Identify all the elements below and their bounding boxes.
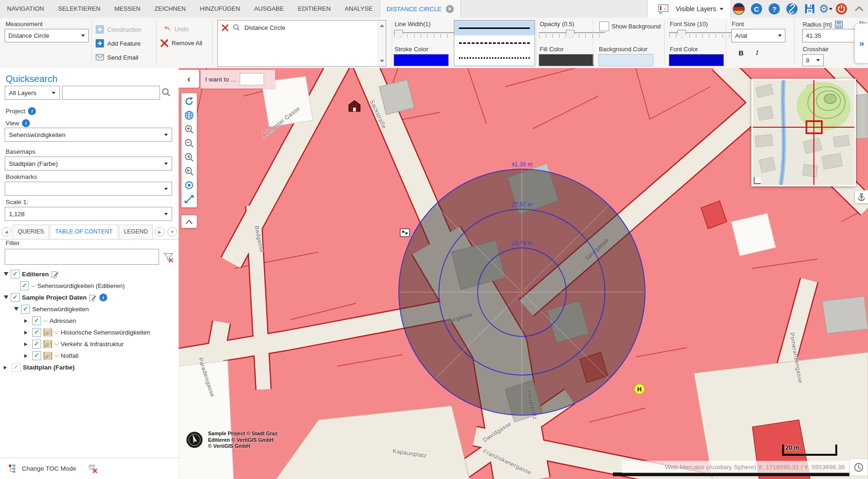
- layer-checkbox[interactable]: ✓: [11, 270, 20, 279]
- toolbar-collapse-button[interactable]: [181, 215, 197, 228]
- previous-extent-icon[interactable]: [184, 152, 194, 163]
- measurement-list-item[interactable]: Distance Circle: [218, 21, 386, 34]
- refresh-rotate-icon[interactable]: [184, 96, 194, 107]
- map-viewport[interactable]: Admonter GasseSackstraßeBadgasseMurgasse…: [179, 68, 868, 479]
- tabs-scroll-right-icon[interactable]: ▶: [155, 227, 165, 237]
- font-size-slider[interactable]: [669, 30, 735, 40]
- history-clock-button[interactable]: [849, 458, 868, 476]
- delete-item-icon[interactable]: [222, 24, 229, 31]
- line-style-dashed[interactable]: [454, 35, 535, 50]
- layer-menu-chevron-icon[interactable]: [54, 341, 59, 345]
- tree-row-historische-sehenswürdigkeiten[interactable]: ✓Historische Sehenswürdigkeiten: [24, 327, 150, 338]
- poi-hydrant-marker[interactable]: H: [634, 384, 645, 394]
- overview-anchor-button[interactable]: [854, 190, 868, 204]
- fill-color-swatch[interactable]: [539, 54, 594, 66]
- measurement-select[interactable]: Distance Circle: [5, 29, 89, 42]
- geocortex-icon[interactable]: C: [750, 3, 763, 15]
- collapse-sidebar-button[interactable]: ‹: [179, 70, 199, 88]
- tab-ausgabe[interactable]: AUSGABE: [247, 0, 291, 18]
- tab-navigation[interactable]: NAVIGATION: [0, 0, 51, 18]
- tree-row-verkehr-infrastruktur[interactable]: ✓Verkehr & Infrastruktur: [24, 338, 124, 350]
- view-info-icon[interactable]: i: [22, 119, 30, 127]
- line-style-solid[interactable]: [454, 21, 535, 35]
- layer-menu-chevron-icon[interactable]: [31, 282, 35, 287]
- tree-row-adressen[interactable]: ✓Adressen: [24, 315, 76, 327]
- collapse-ribbon-icon[interactable]: [853, 3, 865, 15]
- tree-expander-icon[interactable]: [24, 331, 29, 335]
- measurement-list[interactable]: Distance Circle: [217, 20, 386, 67]
- tab-analyse[interactable]: ANALYSE: [338, 0, 380, 18]
- calculator-icon[interactable]: [835, 21, 843, 28]
- layer-checkbox[interactable]: ✓: [32, 316, 41, 325]
- line-width-slider[interactable]: [394, 30, 460, 40]
- hide-thumbnails-icon[interactable]: [88, 464, 97, 473]
- quicksearch-scope-select[interactable]: All Layers: [5, 86, 60, 100]
- change-toc-mode-label[interactable]: Change TOC Mode: [22, 465, 76, 472]
- globe-icon[interactable]: [184, 110, 194, 121]
- ribbon-overflow-button[interactable]: »: [854, 23, 868, 63]
- show-background-checkbox[interactable]: [599, 21, 609, 31]
- layer-checkbox[interactable]: ✓: [21, 305, 30, 314]
- tree-row-sehenswürdigkeiten-editieren-[interactable]: ✓Sehenswürdigkeiten (Editieren): [14, 280, 125, 292]
- toc-filter-input[interactable]: [5, 249, 159, 265]
- center-map-icon[interactable]: [184, 180, 194, 191]
- tab-messen[interactable]: MESSEN: [107, 0, 147, 18]
- tree-expander-icon[interactable]: [4, 366, 9, 370]
- tree-row-stadtplan-farbe-[interactable]: ✓Stadtplan (Farbe): [4, 362, 75, 373]
- tree-expander-icon[interactable]: [14, 307, 19, 313]
- visible-layers-dropdown[interactable]: i Visible Layers: [647, 0, 730, 18]
- stroke-color-swatch[interactable]: [394, 54, 449, 66]
- clear-filter-icon[interactable]: [163, 252, 174, 263]
- scroll-up-icon[interactable]: [380, 22, 384, 27]
- layer-checkbox[interactable]: ✓: [32, 328, 41, 337]
- tree-expander-icon[interactable]: [4, 295, 8, 301]
- tab-hinzufügen[interactable]: HINZUFÜGEN: [193, 0, 247, 18]
- close-tab-icon[interactable]: ✕: [446, 5, 454, 13]
- full-extent-icon[interactable]: [184, 194, 194, 205]
- background-color-swatch[interactable]: [598, 54, 653, 66]
- radius-input[interactable]: 41.35: [802, 29, 855, 42]
- north-compass-icon[interactable]: [185, 431, 204, 449]
- tree-row-editieren[interactable]: ✓Editieren: [4, 268, 59, 280]
- layer-checkbox[interactable]: ✓: [32, 351, 41, 360]
- tab-zeichnen[interactable]: ZEICHNEN: [147, 0, 193, 18]
- panel-tab-legend[interactable]: LEGEND: [119, 225, 153, 239]
- font-color-swatch[interactable]: [669, 54, 724, 66]
- line-style-list[interactable]: [454, 20, 535, 66]
- search-icon[interactable]: [161, 88, 171, 97]
- share-link-icon[interactable]: [786, 3, 798, 15]
- opacity-slider[interactable]: [539, 30, 605, 40]
- basemaps-select[interactable]: Stadtplan (Farbe): [5, 157, 172, 171]
- view-select[interactable]: Sehenswürdigkeiten: [5, 128, 172, 142]
- layer-menu-chevron-icon[interactable]: [54, 352, 59, 357]
- panel-tab-queries[interactable]: QUERIES: [13, 225, 49, 239]
- list-scrollbar[interactable]: [378, 21, 386, 66]
- tree-expander-icon[interactable]: [24, 342, 29, 346]
- tree-row-sample-project-daten[interactable]: ✓Sample Project Dateni: [4, 292, 107, 303]
- overview-resize-handle[interactable]: [754, 177, 761, 184]
- quicksearch-input[interactable]: [62, 86, 160, 100]
- change-toc-mode-icon[interactable]: [8, 464, 17, 473]
- tree-expander-icon[interactable]: [24, 354, 29, 358]
- layer-checkbox[interactable]: ✓: [12, 363, 21, 372]
- layer-menu-chevron-icon[interactable]: [43, 317, 48, 322]
- bold-button[interactable]: B: [735, 47, 747, 59]
- poi-lift-marker[interactable]: [400, 229, 410, 237]
- overview-map[interactable]: [751, 79, 856, 186]
- undo-button[interactable]: Undo: [162, 25, 189, 33]
- panel-tab-table-of-content[interactable]: TABLE OF CONTENT: [50, 225, 118, 239]
- italic-button[interactable]: I: [751, 47, 763, 59]
- i-want-to-menu[interactable]: I want to ...: [201, 70, 275, 89]
- add-feature-button[interactable]: Add Feature: [96, 39, 141, 48]
- settings-menu[interactable]: ⚙: [819, 3, 833, 15]
- zoom-out-icon[interactable]: [184, 138, 194, 149]
- tree-row-notfall[interactable]: ✓Notfall: [24, 350, 78, 362]
- layer-checkbox[interactable]: ✓: [32, 340, 41, 349]
- tab-distance-circle[interactable]: DISTANCE CIRCLE ✕: [380, 0, 461, 18]
- layer-checkbox[interactable]: ✓: [20, 281, 29, 290]
- help-icon[interactable]: ?: [768, 3, 780, 15]
- next-extent-icon[interactable]: [184, 166, 194, 177]
- scale-select[interactable]: 1,128: [5, 207, 172, 221]
- layer-checkbox[interactable]: ✓: [11, 293, 20, 302]
- language-german-flag-icon[interactable]: [733, 3, 745, 15]
